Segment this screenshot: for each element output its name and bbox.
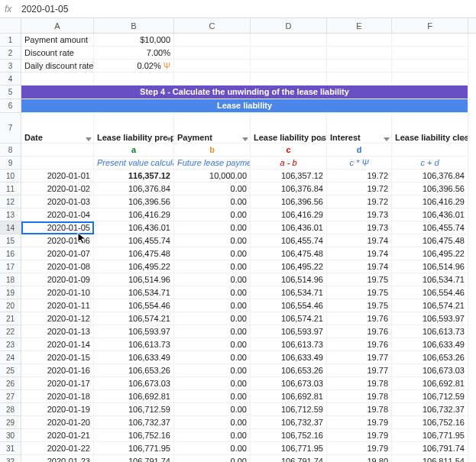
cell-interest[interactable]: 19.79: [327, 416, 392, 429]
cell-pre[interactable]: 106,732.37: [94, 416, 174, 429]
row-header-24[interactable]: 24: [0, 351, 21, 364]
row-header-7[interactable]: 7: [0, 113, 21, 144]
row-header-22[interactable]: 22: [0, 325, 21, 338]
cell-date[interactable]: 2020-01-12: [21, 312, 94, 325]
filter-icon[interactable]: [384, 137, 390, 141]
col-header-b[interactable]: B: [94, 18, 174, 33]
row-6[interactable]: 6Lease liability: [0, 99, 476, 113]
cell-pre[interactable]: 106,791.74: [94, 455, 174, 462]
cell-a3[interactable]: Daily discount rate: [21, 60, 94, 73]
hdr-pre[interactable]: Lease liability pre-payment: [94, 113, 174, 144]
cell-interest[interactable]: 19.73: [327, 208, 392, 221]
row-31[interactable]: 312020-01-22106,771.950.00106,771.9519.7…: [0, 442, 476, 455]
cell-post[interactable]: 106,673.03: [251, 377, 327, 390]
cell-closing[interactable]: 106,692.81: [392, 377, 468, 390]
cell-b3[interactable]: 0.02% Ψ: [94, 60, 174, 73]
cell-post[interactable]: 106,574.21: [251, 312, 327, 325]
row-header-10[interactable]: 10: [0, 170, 21, 183]
row-14[interactable]: 142020-01-05106,436.010.00106,436.0119.7…: [0, 221, 476, 234]
row-header-4[interactable]: 4: [0, 73, 21, 86]
row-25[interactable]: 252020-01-16106,653.260.00106,653.2619.7…: [0, 364, 476, 377]
cell-pre[interactable]: 106,692.81: [94, 390, 174, 403]
cell-interest[interactable]: 19.75: [327, 286, 392, 299]
cell-post[interactable]: 106,752.16: [251, 429, 327, 442]
cell-date[interactable]: 2020-01-08: [21, 260, 94, 273]
cell-post[interactable]: 106,436.01: [251, 221, 327, 234]
cell[interactable]: [21, 157, 94, 170]
cell[interactable]: [174, 60, 251, 73]
cell-pre[interactable]: 116,357.12: [94, 170, 174, 183]
row-header-5[interactable]: 5: [0, 86, 21, 99]
cell-interest[interactable]: 19.74: [327, 260, 392, 273]
cell-closing[interactable]: 106,633.49: [392, 338, 468, 351]
col-header-a[interactable]: A: [21, 18, 94, 33]
cell-interest[interactable]: 19.72: [327, 195, 392, 208]
cell-closing[interactable]: 106,712.59: [392, 390, 468, 403]
cell-date[interactable]: 2020-01-14: [21, 338, 94, 351]
hdr-interest[interactable]: Interest: [327, 113, 392, 144]
hdr-payment[interactable]: Payment: [174, 113, 251, 144]
cell-interest[interactable]: 19.78: [327, 390, 392, 403]
cell-post[interactable]: 106,771.95: [251, 442, 327, 455]
cell-pre[interactable]: 106,554.46: [94, 299, 174, 312]
row-header-18[interactable]: 18: [0, 273, 21, 286]
row-2[interactable]: 2Discount rate7.00%: [0, 47, 476, 60]
row-23[interactable]: 232020-01-14106,613.730.00106,613.7319.7…: [0, 338, 476, 351]
cell-pre[interactable]: 106,593.97: [94, 325, 174, 338]
cell-payment[interactable]: 0.00: [174, 429, 251, 442]
cell-payment[interactable]: 0.00: [174, 208, 251, 221]
col-header-c[interactable]: C: [174, 18, 251, 33]
cell-pre[interactable]: 106,475.48: [94, 247, 174, 260]
cell-payment[interactable]: 0.00: [174, 312, 251, 325]
row-header-6[interactable]: 6: [0, 99, 21, 113]
cell-post[interactable]: 106,455.74: [251, 234, 327, 247]
row-header-26[interactable]: 26: [0, 377, 21, 390]
row-27[interactable]: 272020-01-18106,692.810.00106,692.8119.7…: [0, 390, 476, 403]
cell-interest[interactable]: 19.79: [327, 429, 392, 442]
row-header-19[interactable]: 19: [0, 286, 21, 299]
cell[interactable]: [392, 47, 468, 60]
row-header-9[interactable]: 9: [0, 157, 21, 170]
row-header-30[interactable]: 30: [0, 429, 21, 442]
formula-bar[interactable]: fx 2020-01-05: [0, 0, 476, 18]
cell-pre[interactable]: 106,416.29: [94, 208, 174, 221]
row-header-13[interactable]: 13: [0, 208, 21, 221]
row-20[interactable]: 202020-01-11106,554.460.00106,554.4619.7…: [0, 299, 476, 312]
row-12[interactable]: 122020-01-03106,396.560.00106,396.5619.7…: [0, 195, 476, 208]
cell-post[interactable]: 106,495.22: [251, 260, 327, 273]
row-1[interactable]: 1Payment amount$10,000: [0, 34, 476, 47]
formula-flp[interactable]: Future lease payments: [174, 157, 251, 170]
cell-a2[interactable]: Discount rate: [21, 47, 94, 60]
cell-payment[interactable]: 0.00: [174, 234, 251, 247]
row-header-3[interactable]: 3: [0, 60, 21, 73]
cell-pre[interactable]: 106,396.56: [94, 195, 174, 208]
cell[interactable]: [392, 34, 468, 47]
cell-interest[interactable]: 19.77: [327, 364, 392, 377]
row-19[interactable]: 192020-01-10106,534.710.00106,534.7119.7…: [0, 286, 476, 299]
cell-date[interactable]: 2020-01-02: [21, 183, 94, 195]
cell-payment[interactable]: 0.00: [174, 455, 251, 462]
formula-pvc[interactable]: Present value calculation: [94, 157, 174, 170]
cell-interest[interactable]: 19.75: [327, 299, 392, 312]
cell-date[interactable]: 2020-01-10: [21, 286, 94, 299]
hdr-date[interactable]: Date: [21, 113, 94, 144]
cell-closing[interactable]: 106,771.95: [392, 429, 468, 442]
cell-date[interactable]: 2020-01-20: [21, 416, 94, 429]
row-header-27[interactable]: 27: [0, 390, 21, 403]
cell-pre[interactable]: 106,514.96: [94, 273, 174, 286]
cell-date[interactable]: 2020-01-04: [21, 208, 94, 221]
row-5[interactable]: 5Step 4 - Calculate the unwinding of the…: [0, 86, 476, 99]
cell[interactable]: [251, 34, 327, 47]
row-28[interactable]: 282020-01-19106,712.590.00106,712.5919.7…: [0, 403, 476, 416]
row-15[interactable]: 152020-01-06106,455.740.00106,455.7419.7…: [0, 234, 476, 247]
row-21[interactable]: 212020-01-12106,574.210.00106,574.2119.7…: [0, 312, 476, 325]
cell-date[interactable]: 2020-01-18: [21, 390, 94, 403]
cell-post[interactable]: 106,613.73: [251, 338, 327, 351]
cell-date[interactable]: 2020-01-17: [21, 377, 94, 390]
cell-date[interactable]: 2020-01-09: [21, 273, 94, 286]
cell[interactable]: [327, 60, 392, 73]
cell-payment[interactable]: 0.00: [174, 260, 251, 273]
cell-post[interactable]: 106,633.49: [251, 351, 327, 364]
cell-date[interactable]: 2020-01-01: [21, 170, 94, 183]
cell-closing[interactable]: 106,514.96: [392, 260, 468, 273]
